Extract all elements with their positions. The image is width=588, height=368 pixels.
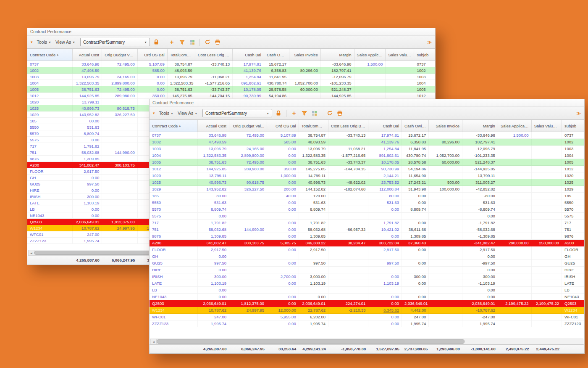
table-row[interactable]: Q25032,036,649.011,812,375.000.002,036,6… <box>150 300 584 307</box>
table-row[interactable]: 1012144,925.85289,980.00350.00145,275.85… <box>150 166 584 172</box>
column-header[interactable]: Sales Application <box>354 49 386 61</box>
table-row[interactable]: WFC01247.005,955.006,202.000.00247.00-24… <box>150 314 584 320</box>
table-cell[interactable]: IRISH <box>27 193 73 200</box>
table-cell[interactable]: 0737 <box>150 132 198 139</box>
table-row[interactable]: 55708,809.740.008,809.740.008,809.74-8,8… <box>150 206 584 213</box>
column-header[interactable]: Sales Application <box>498 120 531 132</box>
column-header[interactable]: Contract Code▲ <box>27 49 73 61</box>
table-row[interactable]: IRISH300.002,700.003,000.000.00300.00-30… <box>150 273 584 280</box>
table-row[interactable]: 1012144,925.85289,980.00350.00145,275.85… <box>27 93 435 99</box>
table-cell[interactable]: A200 <box>150 240 198 246</box>
table-cell[interactable]: GU25 <box>150 260 198 267</box>
table-cell[interactable]: IRISH <box>150 273 198 280</box>
table-cell[interactable]: LATE <box>150 280 198 287</box>
column-header[interactable]: Margin <box>462 120 498 132</box>
view-selector-dropdown[interactable]: ContractPerfSummary ▼ <box>202 109 272 117</box>
table-row[interactable]: 073733,646.9872,495.005,107.8938,754.87-… <box>27 61 435 67</box>
window-titlebar[interactable]: Contract Performance <box>150 99 584 107</box>
table-row[interactable]: 102013,799.111,000.0014,799.112,144.2111… <box>150 172 584 179</box>
add-icon[interactable]: + <box>168 38 176 46</box>
table-cell[interactable]: 1029 <box>150 186 198 193</box>
column-header[interactable]: Cash Bal <box>233 49 264 61</box>
table-cell[interactable]: ZZZZ123 <box>27 238 73 244</box>
table-cell[interactable]: 717 <box>27 143 73 149</box>
table-row[interactable]: LB0.000.00LB <box>150 287 584 294</box>
table-cell[interactable]: WFC01 <box>150 314 198 320</box>
table-cell[interactable]: 1025 <box>150 179 198 186</box>
table-row[interactable]: HIRE0.000.00HIRE <box>150 267 584 273</box>
column-header[interactable]: Cash Bal <box>368 120 402 132</box>
table-cell[interactable]: FLOOR <box>150 246 198 253</box>
table-cell[interactable]: 1020 <box>27 99 73 105</box>
column-header[interactable]: Cost Less Orig Budget <box>195 49 232 61</box>
scroll-left-icon[interactable]: ◀ <box>29 250 34 255</box>
export-grid-icon[interactable] <box>310 109 318 117</box>
table-cell[interactable]: LB <box>27 206 73 212</box>
lock-icon[interactable] <box>152 38 160 46</box>
table-row[interactable]: 75158,032.68144,990.000.0058,032.68-86,9… <box>150 226 584 233</box>
table-row[interactable]: ZZZZ1231,995.740.001,995.740.001,995.74-… <box>150 320 584 327</box>
column-header[interactable]: Actual Cost <box>73 49 102 61</box>
filter-icon[interactable] <box>300 109 308 117</box>
chevron-down-icon[interactable]: ▾ <box>31 40 33 44</box>
table-cell[interactable]: 1005 <box>27 86 73 93</box>
column-header[interactable]: Sales Invoice <box>429 120 462 132</box>
table-cell[interactable]: 185 <box>27 118 73 124</box>
table-row[interactable]: 100313,096.7924,165.000.0013,096.79-11,0… <box>150 146 584 152</box>
table-row[interactable]: 100313,096.7924,165.000.0013,096.79-11,0… <box>27 74 435 80</box>
tools-menu-button[interactable]: Tools ▼ <box>36 39 52 45</box>
column-header[interactable]: Sales Valuation <box>386 49 414 61</box>
column-header[interactable]: Ord OS Bal <box>137 49 167 61</box>
column-header[interactable]: Margin <box>320 49 354 61</box>
table-row[interactable]: 102540,996.7390,618.750.0040,996.73-49,6… <box>150 179 584 186</box>
table-cell[interactable]: 1025 <box>27 105 73 111</box>
table-cell[interactable]: 5570 <box>27 130 73 137</box>
print-icon[interactable] <box>214 38 221 46</box>
column-header[interactable]: Cost Less Orig Budget <box>328 120 368 132</box>
view-as-menu-button[interactable]: View As ▼ <box>55 39 76 45</box>
table-cell[interactable]: 5575 <box>27 137 73 143</box>
table-row[interactable]: NE10430.000.000.000.000.000.00NE1043 <box>150 294 584 300</box>
table-cell[interactable]: 9876 <box>150 233 198 240</box>
column-header[interactable]: subjob <box>562 120 584 132</box>
table-cell[interactable]: GH <box>27 175 73 181</box>
table-cell[interactable]: W1234 <box>150 307 198 314</box>
add-icon[interactable]: + <box>290 109 298 117</box>
table-cell[interactable]: 5550 <box>150 199 198 206</box>
table-cell[interactable]: LATE <box>27 200 73 206</box>
table-row[interactable]: 1029143,952.82326,227.50200.00144,152.82… <box>150 186 584 193</box>
table-cell[interactable]: 9876 <box>27 156 73 162</box>
table-cell[interactable]: WFC01 <box>27 231 73 238</box>
table-row[interactable]: FLOOR2,917.500.002,917.502,917.500.00-2,… <box>150 246 584 253</box>
table-row[interactable]: GH0.000.00GH <box>150 253 584 260</box>
column-header[interactable]: Orig Budget Val... <box>229 120 267 132</box>
table-row[interactable]: W123410,787.6224,997.9512,000.0022,787.6… <box>150 307 584 314</box>
table-row[interactable]: 18580.0040.00120.0080.000.00-80.00185 <box>150 193 584 199</box>
table-cell[interactable]: 5575 <box>150 213 198 220</box>
refresh-icon[interactable] <box>326 109 333 117</box>
table-cell[interactable]: 185 <box>150 193 198 199</box>
table-row[interactable]: 10041,322,583.352,899,800.000.001,322,58… <box>150 152 584 159</box>
table-row[interactable]: 5550531.630.00531.63531.630.00-531.63555… <box>150 199 584 206</box>
table-cell[interactable]: HIRE <box>27 187 73 193</box>
table-cell[interactable]: HIRE <box>150 267 198 273</box>
table-cell[interactable]: ZZZZ123 <box>150 320 198 327</box>
column-header[interactable]: Contract Code▲ <box>150 120 198 132</box>
horizontal-scrollbar[interactable]: ◀ <box>150 339 583 344</box>
table-cell[interactable]: GU25 <box>27 181 73 187</box>
chevron-down-icon[interactable]: ▾ <box>153 111 155 115</box>
table-cell[interactable]: A200 <box>27 162 73 168</box>
table-row[interactable]: LATE1,103.190.001,103.191,103.190.00-1,1… <box>150 280 584 287</box>
toolbar-overflow-icon[interactable]: ≫ <box>577 111 581 116</box>
filter-icon[interactable] <box>178 38 186 46</box>
table-cell[interactable]: 0737 <box>27 61 73 67</box>
window-titlebar[interactable]: Contract Performance <box>27 28 435 36</box>
table-cell[interactable]: NE1043 <box>150 294 198 300</box>
table-row[interactable]: 10041,322,583.352,899,800.000.001,322,58… <box>27 80 435 86</box>
column-header[interactable]: Sales Valuation <box>531 120 562 132</box>
column-header[interactable]: Sales Invoice <box>289 49 321 61</box>
table-row[interactable]: 100538,751.6372,495.000.0038,751.63-33,7… <box>150 159 584 166</box>
table-cell[interactable]: Q2503 <box>150 300 198 307</box>
table-row[interactable]: 98761,309.850.001,309.850.001,309.85-1,3… <box>150 233 584 240</box>
export-grid-icon[interactable] <box>188 38 196 46</box>
